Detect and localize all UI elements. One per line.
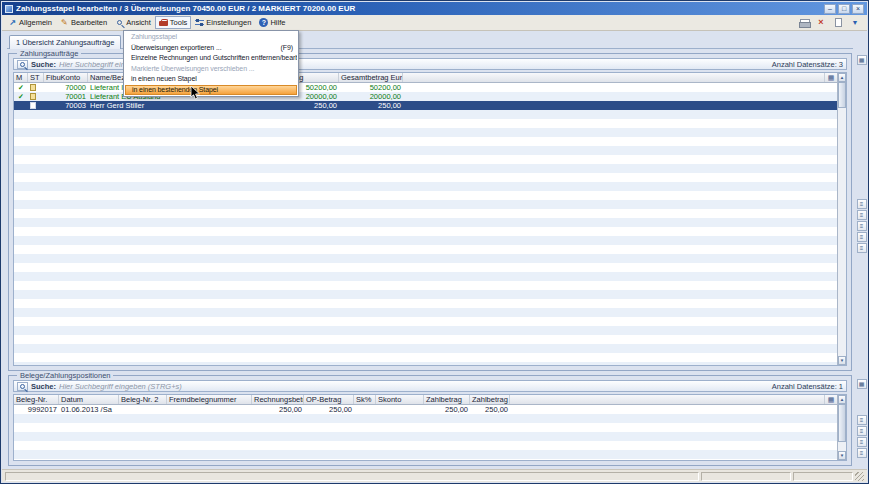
cell-filler (403, 101, 837, 110)
cell-gesamtbetrag-euro: 250,00 (339, 101, 403, 110)
transfer-icon (30, 84, 36, 91)
scroll-up-icon[interactable]: ▲ (838, 73, 846, 82)
tools-menu-popup: Zahlungsstapel Überweisungen exportieren… (123, 30, 299, 97)
list-tool-icon[interactable]: ≡ (857, 448, 867, 458)
list-tool-icon[interactable]: ≡ (857, 426, 867, 436)
edit-icon: ✎ (60, 18, 69, 27)
menu-item-shortcut (287, 32, 293, 43)
positions-vertical-scrollbar[interactable]: ▲ ▼ (837, 395, 846, 460)
cell-fibukonto: 70001 (44, 92, 88, 101)
column-header-zahlbetrag[interactable]: Zahlbetrag (424, 395, 470, 404)
document-button[interactable] (832, 17, 844, 29)
column-chooser-icon[interactable]: ▦ (825, 395, 837, 404)
maximize-button[interactable]: □ (838, 4, 850, 14)
payments-vertical-scrollbar[interactable]: ▲ ▼ (837, 73, 846, 365)
cell-sk (354, 405, 376, 414)
positions-group: Belege/Zahlungspositionen Suche: Anzahl … (8, 375, 852, 466)
red-x-icon: × (818, 18, 823, 27)
menu-tools[interactable]: Tools (155, 16, 192, 29)
column-header-filler (510, 395, 825, 404)
row-check-icon: ✓ (14, 83, 28, 92)
menu-item-bestehender-stapel[interactable]: in einen bestehenden Stapel (125, 85, 297, 96)
payments-side-toolbar: ▦ ≡ ≡ ≡ ≡ ≡ (856, 55, 867, 371)
menu-item-neuer-stapel[interactable]: in einen neuen Stapel (125, 74, 297, 85)
column-header-zahlbetrag-euro[interactable]: Zahlbetrag Euro (470, 395, 510, 404)
menu-item-shortcut (287, 64, 293, 75)
view-icon (115, 18, 124, 27)
scrollbar-track[interactable] (838, 108, 846, 356)
tools-icon (159, 18, 168, 27)
column-chooser-icon[interactable]: ▦ (825, 73, 837, 82)
menu-ansicht[interactable]: Ansicht (111, 16, 155, 29)
positions-table-header: Beleg-Nr. Datum Beleg-Nr. 2 Fremdbelegnu… (14, 395, 837, 405)
search-button[interactable] (17, 60, 28, 69)
tab-uebersicht-zahlungsauftraege[interactable]: 1 Übersicht Zahlungsaufträge (9, 35, 121, 49)
cell-skonto (376, 405, 424, 414)
cell-zahlbetrag-euro: 250,00 (470, 405, 510, 414)
window-title: Zahlungsstapel bearbeiten / 3 Überweisun… (16, 4, 824, 13)
column-header-gesamtbetrag-euro[interactable]: Gesamtbetrag Euro (339, 73, 403, 82)
list-tool-icon[interactable]: ≡ (857, 199, 867, 209)
positions-rows: 9992017 01.06.2013 /Sa 250,00 250,00 250… (14, 405, 837, 460)
menu-item-label: Überweisungen exportieren ... (131, 43, 222, 54)
menu-einstellungen[interactable]: Einstellungen (191, 16, 255, 29)
scroll-down-icon[interactable]: ▼ (838, 356, 846, 365)
menu-item-einzelne-rechnungen-bearbeiten[interactable]: Einzelne Rechnungen und Gutschriften ent… (125, 53, 297, 64)
print-button[interactable] (798, 17, 810, 29)
list-tool-icon[interactable]: ≡ (857, 243, 867, 253)
menu-item-ueberweisungen-exportieren[interactable]: Überweisungen exportieren ... (F9) (125, 43, 297, 54)
column-header-fremdbelegnummer[interactable]: Fremdbelegnummer (167, 395, 252, 404)
titlebar[interactable]: Zahlungsstapel bearbeiten / 3 Überweisun… (2, 2, 867, 15)
positions-row-1[interactable]: 9992017 01.06.2013 /Sa 250,00 250,00 250… (14, 405, 837, 414)
exit-button[interactable]: ▼ (849, 17, 861, 29)
grid-settings-icon[interactable]: ▦ (857, 379, 867, 389)
column-header-fibukonto[interactable]: FibuKonto (44, 73, 88, 82)
menu-label: Ansicht (126, 18, 151, 27)
cell-fibukonto: 70000 (44, 83, 88, 92)
column-header-beleg-nr[interactable]: Beleg-Nr. (14, 395, 59, 404)
column-header-skonto[interactable]: Skonto (376, 395, 424, 404)
list-tool-icon[interactable]: ≡ (857, 221, 867, 231)
column-header-st[interactable]: ST (28, 73, 44, 82)
positions-search-input[interactable] (59, 382, 769, 391)
menu-label: Einstellungen (206, 18, 251, 27)
search-label: Suche: (31, 60, 56, 69)
help-icon: ? (259, 18, 268, 27)
payments-group-label: Zahlungsaufträge (17, 49, 81, 58)
positions-record-count: Anzahl Datensätze: 1 (772, 382, 843, 391)
allgemein-icon: ↗ (8, 18, 17, 27)
scrollbar-track[interactable] (838, 442, 846, 451)
column-header-rechnungsbetrag[interactable]: Rechnungsbetrag (252, 395, 304, 404)
column-header-beleg-nr-2[interactable]: Beleg-Nr. 2 (119, 395, 167, 404)
row-type-cell (28, 83, 44, 92)
payments-row-3-selected[interactable]: 70003 Herr Gerd Stiller 250,00 250,00 (14, 101, 837, 110)
search-button[interactable] (17, 382, 28, 391)
cell-gesamtbetrag-euro: 20000,00 (339, 92, 403, 101)
menubar: ↗ Allgemein ✎ Bearbeiten Ansicht Tools E… (2, 15, 867, 31)
menu-item-shortcut (286, 86, 292, 95)
list-tool-icon[interactable]: ≡ (857, 437, 867, 447)
positions-table: Beleg-Nr. Datum Beleg-Nr. 2 Fremdbelegnu… (13, 394, 847, 461)
column-header-op-betrag[interactable]: OP-Betrag (304, 395, 354, 404)
minimize-button[interactable]: – (824, 4, 836, 14)
scrollbar-thumb[interactable] (838, 82, 846, 108)
scroll-up-icon[interactable]: ▲ (838, 395, 846, 404)
resize-grip[interactable] (855, 472, 864, 481)
list-tool-icon[interactable]: ≡ (857, 210, 867, 220)
column-header-datum[interactable]: Datum (59, 395, 119, 404)
grid-settings-icon[interactable]: ▦ (857, 55, 867, 65)
payments-rows: ✓ 70000 Lieferant Inland 50200,00 50200,… (14, 83, 837, 365)
scroll-down-icon[interactable]: ▼ (838, 451, 846, 460)
column-header-m[interactable]: M (14, 73, 28, 82)
cell-filler (403, 92, 837, 101)
payments-table: M ST FibuKonto Name/Bezeichnung Gesamtbe… (13, 72, 847, 366)
scrollbar-thumb[interactable] (838, 404, 846, 442)
list-tool-icon[interactable]: ≡ (857, 232, 867, 242)
menu-bearbeiten[interactable]: ✎ Bearbeiten (56, 16, 111, 29)
close-button[interactable]: × (852, 4, 864, 14)
menu-allgemein[interactable]: ↗ Allgemein (4, 16, 56, 29)
column-header-sk[interactable]: Sk% (354, 395, 376, 404)
list-tool-icon[interactable]: ≡ (857, 415, 867, 425)
menu-hilfe[interactable]: ? Hilfe (255, 16, 289, 29)
delete-button[interactable]: × (815, 17, 827, 29)
